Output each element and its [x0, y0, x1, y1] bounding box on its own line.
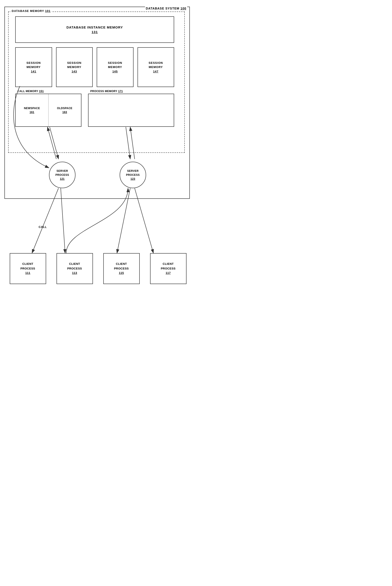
client-boxes-row: CLIENTPROCESS111 CLIENTPROCESS113 CLIENT… [4, 253, 192, 284]
memory-row: CALL MEMORY 151 NEWSPACE161 OLDSPACE163 [15, 94, 174, 127]
call-memory-box: NEWSPACE161 OLDSPACE163 [15, 94, 82, 127]
session-box-143: SESSIONMEMORY143 [56, 47, 93, 87]
db-system-ref: 100 [180, 7, 186, 10]
call-memory-container: CALL MEMORY 151 NEWSPACE161 OLDSPACE163 [15, 94, 82, 127]
client-box-117: CLIENTPROCESS117 [150, 253, 186, 284]
db-system-label: DATABASE SYSTEM 100 [145, 7, 187, 10]
client-box-113: CLIENTPROCESS113 [56, 253, 93, 284]
db-instance-label: DATABASE INSTANCE MEMORY131 [66, 25, 123, 34]
newspace-box: NEWSPACE161 [16, 94, 48, 126]
call-memory-label: CALL MEMORY 151 [18, 90, 44, 93]
oldspace-box: OLDSPACE163 [48, 94, 81, 126]
db-memory-label: DATABASE MEMORY 101 [11, 9, 52, 13]
db-instance-box: DATABASE INSTANCE MEMORY131 [15, 16, 174, 43]
client-box-111: CLIENTPROCESS111 [10, 253, 46, 284]
call-label: CALL [39, 225, 47, 229]
db-memory-box: DATABASE MEMORY 101 DATABASE INSTANCE ME… [8, 12, 185, 153]
process-memory-container: PROCESS MEMORY 171 [88, 94, 174, 127]
session-box-141: SESSIONMEMORY141 [15, 47, 52, 87]
server-process-121: SERVERPROCESS121 [49, 162, 76, 188]
session-memory-row: SESSIONMEMORY141 SESSIONMEMORY143 SESSIO… [15, 47, 174, 87]
session-box-147: SESSIONMEMORY147 [138, 47, 174, 87]
process-memory-label: PROCESS MEMORY 171 [90, 90, 123, 93]
client-box-115: CLIENTPROCESS115 [103, 253, 140, 284]
db-system-box: DATABASE SYSTEM 100 DATABASE MEMORY 101 … [4, 7, 190, 199]
session-box-145: SESSIONMEMORY145 [97, 47, 134, 87]
process-memory-box [88, 94, 174, 127]
diagram-container: DATABASE SYSTEM 100 DATABASE MEMORY 101 … [0, 0, 196, 293]
server-process-123: SERVERPROCESS123 [120, 162, 146, 188]
db-memory-ref: 101 [45, 9, 50, 13]
